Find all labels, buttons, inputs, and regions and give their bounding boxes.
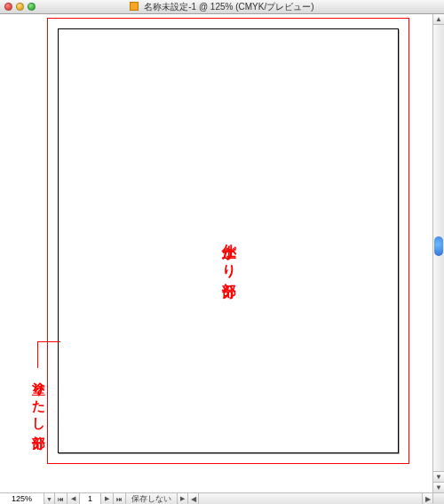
minimize-window-button[interactable] — [16, 3, 24, 11]
window-title-text: 名称未設定-1 @ 125% (CMYK/プレビュー) — [144, 2, 313, 12]
bleed-area-label: 塗りたし部分 — [30, 372, 47, 428]
document-icon — [130, 2, 139, 11]
zoom-dropdown-button[interactable]: ▼ — [44, 493, 55, 504]
scroll-up-button[interactable]: ▲ — [433, 14, 444, 25]
callout-line — [37, 341, 38, 368]
artboard-wrapper: 仕上がり部分 — [40, 14, 416, 492]
page-number-field[interactable]: 1 — [80, 493, 101, 504]
zoom-level-field[interactable]: 125% — [0, 493, 44, 504]
status-dropdown-button[interactable]: ▶ — [178, 493, 188, 504]
scroll-down-button2[interactable]: ▼ — [433, 482, 444, 492]
canvas-area[interactable]: 仕上がり部分 塗りたし部分 — [0, 14, 432, 492]
zoom-window-button[interactable] — [28, 3, 36, 11]
window-title: 名称未設定-1 @ 125% (CMYK/プレビュー) — [0, 1, 444, 13]
next-page-button[interactable]: ▶ — [101, 493, 114, 504]
close-window-button[interactable] — [4, 3, 12, 11]
scroll-left-button[interactable]: ◀ — [188, 493, 199, 504]
window-titlebar: 名称未設定-1 @ 125% (CMYK/プレビュー) — [0, 0, 444, 14]
vertical-scroll-thumb[interactable] — [434, 236, 443, 256]
prev-page-button[interactable]: ◀ — [67, 493, 80, 504]
bleed-callout: 塗りたし部分 — [9, 341, 75, 475]
horizontal-scrollbar[interactable]: ◀ ▶ ▶ — [188, 493, 444, 504]
scroll-down-button[interactable]: ▼ — [433, 471, 444, 482]
scroll-right-button[interactable]: ▶ — [422, 493, 432, 504]
status-bar: 125% ▼ ⏮ ◀ 1 ▶ ⏭ 保存しない ▶ ◀ ▶ ▶ — [0, 492, 444, 504]
trim-area-label: 仕上がり部分 — [219, 232, 238, 275]
callout-line — [37, 341, 60, 342]
first-page-button[interactable]: ⏮ — [55, 493, 67, 504]
last-page-button[interactable]: ⏭ — [114, 493, 126, 504]
page-navigation: ⏮ ◀ 1 ▶ ⏭ — [55, 493, 126, 504]
save-status-text: 保存しない — [126, 493, 178, 504]
vertical-scrollbar[interactable]: ▲ ▼ ▼ — [432, 14, 444, 492]
window-controls — [0, 3, 36, 11]
resize-corner[interactable] — [432, 492, 444, 504]
